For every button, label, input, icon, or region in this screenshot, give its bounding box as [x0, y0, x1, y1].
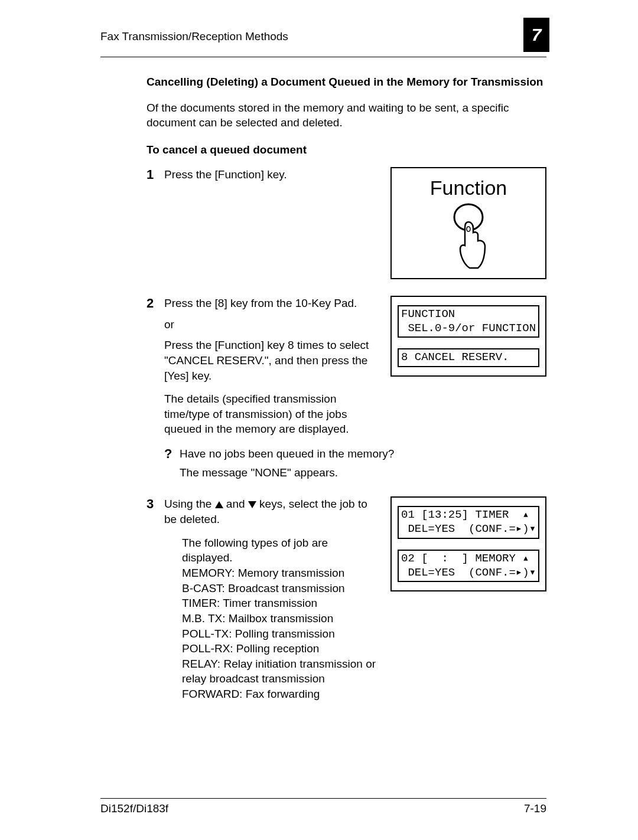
job-type: MEMORY: Memory transmission	[182, 566, 380, 581]
page: Fax Transmission/Reception Methods 7 Can…	[0, 0, 638, 840]
page-footer: Di152f/Di183f 7-19	[100, 798, 546, 815]
step-text: Press the [8] key from the 10-Key Pad.	[164, 296, 380, 311]
step-text: Press the [Function] key.	[164, 167, 380, 182]
lcd-line: 8 CANCEL RESERV.	[401, 351, 509, 364]
step-number: 2	[147, 296, 164, 311]
page-header: Fax Transmission/Reception Methods 7	[100, 24, 546, 52]
note-question: Have no jobs been queued in the memory?	[180, 446, 394, 462]
section-intro: Of the documents stored in the memory an…	[147, 100, 546, 130]
function-button-label: Function	[392, 177, 545, 200]
question-icon: ?	[164, 446, 180, 480]
job-type: FORWARD: Fax forwarding	[182, 687, 380, 702]
section-subtitle: To cancel a queued document	[147, 143, 546, 156]
step-body: Press the [8] key from the 10-Key Pad. o…	[164, 296, 380, 443]
lcd-section: 02 [ : ] MEMORY ▴ DEL=YES (CONF.=▸)▾	[398, 550, 539, 583]
job-types-list: The following types of job are displayed…	[182, 535, 380, 702]
step-text: Using the and keys, select the job to be…	[164, 496, 380, 527]
svg-marker-2	[248, 501, 256, 508]
step-1: 1 Press the [Function] key. Function	[147, 167, 546, 279]
section-title: Cancelling (Deleting) a Document Queued …	[147, 75, 546, 90]
step-text: or	[164, 317, 380, 332]
step-number: 1	[147, 167, 164, 182]
figure-function-key: Function	[390, 167, 546, 279]
step-text: Press the [Function] key 8 times to sele…	[164, 338, 380, 383]
job-type: M.B. TX: Mailbox transmission	[182, 611, 380, 626]
jobs-intro: The following types of job are displayed…	[182, 535, 380, 566]
question-note: ? Have no jobs been queued in the memory…	[164, 446, 546, 480]
lcd-screen: FUNCTION SEL.0-9/or FUNCTION 8 CANCEL RE…	[390, 296, 546, 377]
job-type: B-CAST: Broadcast transmission	[182, 581, 380, 596]
job-type: RELAY: Relay initiation transmission or …	[182, 656, 380, 687]
step-2: 2 Press the [8] key from the 10-Key Pad.…	[147, 296, 546, 443]
job-type: TIMER: Timer transmission	[182, 596, 380, 611]
job-type: POLL-RX: Polling reception	[182, 641, 380, 656]
function-button-illustration: Function	[390, 167, 546, 279]
step-body: Press the [Function] key.	[164, 167, 380, 188]
footer-model: Di152f/Di183f	[100, 802, 168, 815]
job-type: POLL-TX: Polling transmission	[182, 626, 380, 642]
lcd-section: FUNCTION SEL.0-9/or FUNCTION	[398, 305, 539, 338]
lcd-section: 01 [13:25] TIMER ▴ DEL=YES (CONF.=▸)▾	[398, 506, 539, 539]
lcd-section: 8 CANCEL RESERV.	[398, 348, 539, 367]
header-rule	[100, 57, 546, 57]
up-arrow-icon	[215, 501, 223, 508]
chapter-number: 7	[523, 18, 549, 52]
footer-page-number: 7-19	[524, 802, 546, 815]
step-3: 3 Using the and keys, select the job to …	[147, 496, 546, 701]
lcd-line: 02 [ : ] MEMORY ▴	[401, 552, 529, 565]
note-answer: The message "NONE" appears.	[180, 465, 394, 481]
lcd-line: DEL=YES (CONF.=▸)▾	[401, 566, 536, 579]
step-2-note: ? Have no jobs been queued in the memory…	[164, 446, 546, 480]
figure-lcd-screen: FUNCTION SEL.0-9/or FUNCTION 8 CANCEL RE…	[390, 296, 546, 377]
footer-rule	[100, 798, 546, 799]
lcd-line: 01 [13:25] TIMER ▴	[401, 508, 529, 521]
lcd-screen: 01 [13:25] TIMER ▴ DEL=YES (CONF.=▸)▾ 02…	[390, 496, 546, 591]
content-area: Cancelling (Deleting) a Document Queued …	[147, 75, 546, 702]
step-body: Using the and keys, select the job to be…	[164, 496, 380, 701]
footer-row: Di152f/Di183f 7-19	[100, 802, 546, 815]
figure-lcd-screen: 01 [13:25] TIMER ▴ DEL=YES (CONF.=▸)▾ 02…	[390, 496, 546, 591]
header-title: Fax Transmission/Reception Methods	[100, 24, 288, 43]
lcd-line: FUNCTION	[401, 308, 455, 321]
lcd-line: DEL=YES (CONF.=▸)▾	[401, 522, 536, 535]
down-arrow-icon	[248, 501, 256, 508]
finger-press-icon	[439, 200, 498, 270]
lcd-line: SEL.0-9/or FUNCTION	[401, 322, 536, 335]
step-number: 3	[147, 496, 164, 512]
svg-marker-1	[215, 501, 223, 508]
step-text: The details (specified transmission time…	[164, 391, 380, 437]
